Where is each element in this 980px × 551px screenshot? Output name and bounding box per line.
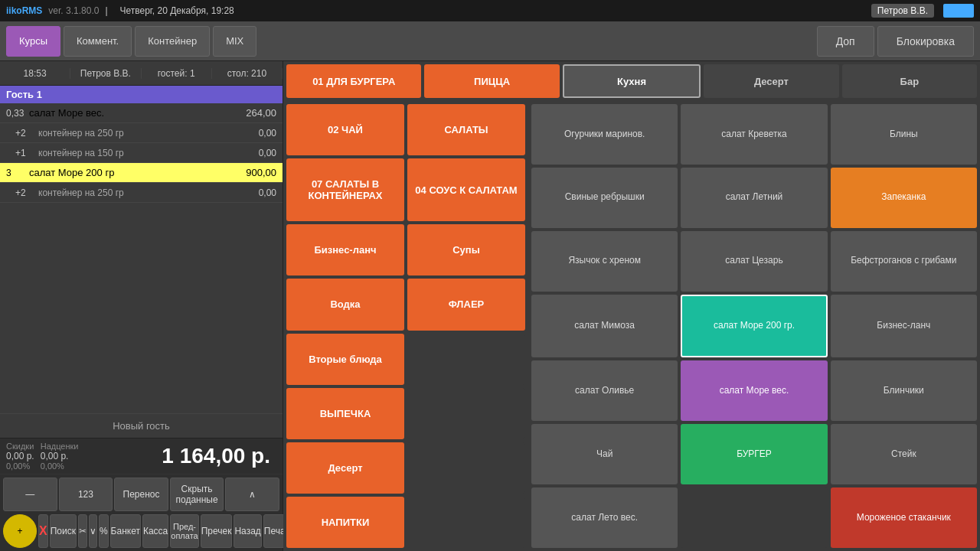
order-panel: 18:53 Петров В.В. гостей: 1 стол: 210 Го…	[0, 61, 283, 551]
cat-salads-containers[interactable]: 07 САЛАТЫ В КОНТЕЙНЕРАХ	[286, 158, 404, 221]
discount-col: Скидки 0,00 р. 0,00%	[6, 442, 34, 471]
tab-burgery[interactable]: 01 ДЛЯ БУРГЕРА	[286, 64, 421, 98]
menu-panel: 01 ДЛЯ БУРГЕРА ПИЦЦА Кухня Десерт Бар 02…	[283, 61, 980, 551]
sub-bliny[interactable]: Блины	[831, 104, 977, 165]
plus-button[interactable]: +	[3, 514, 37, 548]
order-items: 0,33 салат Море вес. 264,00 +2 контейнер…	[0, 103, 283, 413]
action-row1: — 123 Перенос Скрыть поданные ∧	[0, 474, 283, 513]
back-button[interactable]: Назад	[234, 514, 261, 548]
sub-burger[interactable]: БУРГЕР	[681, 424, 827, 484]
tab-kitchen[interactable]: Кухня	[563, 64, 701, 98]
item-price: 0,00	[223, 128, 276, 139]
transfer-button[interactable]: Перенос	[114, 478, 168, 511]
item-name: салат Море 200 гр	[29, 167, 223, 178]
premium-pct: 0,00%	[41, 461, 79, 471]
sub-zapekanka[interactable]: Запеканка	[831, 168, 977, 228]
scissors-button[interactable]: ✂	[78, 514, 87, 548]
discount-pct: 0,00%	[6, 461, 34, 471]
minus-button[interactable]: —	[3, 478, 57, 511]
pre-pay-button[interactable]: Пред-оплата	[170, 514, 198, 548]
sub-biznes-lunch[interactable]: Бизнес-ланч	[831, 295, 977, 358]
sub-caesar[interactable]: салат Цезарь	[681, 231, 827, 292]
discount-label: Скидки	[6, 442, 34, 451]
sub-more-ves[interactable]: салат Море вес.	[681, 360, 827, 421]
cat-baking[interactable]: ВЫПЕЧКА	[286, 388, 404, 439]
item-name: салат Море вес.	[29, 107, 223, 119]
app-version: ver. 3.1.80.0	[48, 5, 99, 16]
arrow-up-button[interactable]: ∧	[225, 478, 279, 511]
sub-ribs[interactable]: Свиные ребрышки	[531, 168, 678, 228]
totals-row: Скидки 0,00 р. 0,00% Надценки 0,00 р. 0,…	[0, 439, 283, 474]
cat-second-dishes[interactable]: Вторые блюда	[286, 334, 404, 385]
block-button[interactable]: Блокировка	[877, 26, 974, 57]
category-tabs: 01 ДЛЯ БУРГЕРА ПИЦЦА Кухня Десерт Бар	[283, 61, 980, 101]
order-item[interactable]: 0,33 салат Море вес. 264,00	[0, 103, 283, 123]
premium-col: Надценки 0,00 р. 0,00%	[41, 442, 79, 471]
sub-summer-salad[interactable]: салат Летний	[681, 168, 827, 228]
cat-drinks[interactable]: НАПИТКИ	[286, 497, 404, 548]
item-price: 900,00	[223, 167, 276, 178]
cat-flaer[interactable]: ФЛАЕР	[407, 279, 525, 330]
mix-button[interactable]: MIX	[213, 26, 256, 57]
sub-beef-strog[interactable]: Бефстроганов с грибами	[831, 231, 977, 292]
new-guest-button[interactable]: Новый гость	[0, 413, 283, 438]
cat-soups[interactable]: Супы	[407, 224, 525, 276]
courses-button[interactable]: Курсы	[6, 26, 60, 57]
sub-olivier[interactable]: салат Оливье	[531, 360, 678, 421]
cat-salads[interactable]: САЛАТЫ	[407, 104, 525, 155]
order-footer: Скидки 0,00 р. 0,00% Надценки 0,00 р. 0,…	[0, 438, 283, 551]
sub-empty1	[681, 487, 827, 548]
cat-vodka[interactable]: Водка	[286, 279, 404, 330]
percent-button[interactable]: %	[99, 514, 109, 548]
order-table: стол: 210	[212, 68, 283, 79]
hide-button[interactable]: Скрыть поданные	[170, 478, 224, 511]
tab-pizza[interactable]: ПИЦЦА	[424, 64, 559, 98]
cat-empty3	[407, 442, 525, 494]
order-header: 18:53 Петров В.В. гостей: 1 стол: 210	[0, 61, 283, 86]
cat-sauce[interactable]: 04 СОУС К САЛАТАМ	[407, 158, 525, 221]
num-button[interactable]: 123	[59, 478, 113, 511]
cat-dessert[interactable]: Десерт	[286, 442, 404, 494]
order-item-selected[interactable]: 3 салат Море 200 гр 900,00	[0, 163, 283, 183]
cash-button[interactable]: Касса	[142, 514, 168, 548]
item-qty: +1	[15, 148, 38, 158]
sub-blinciki[interactable]: Блинчики	[831, 360, 977, 421]
item-price: 264,00	[223, 107, 276, 119]
pre-check-button[interactable]: Пречек	[201, 514, 233, 548]
item-qty: 3	[6, 168, 29, 178]
order-item[interactable]: +2 контейнер на 250 гр 0,00	[0, 183, 283, 203]
sub-more-200[interactable]: салат Море 200 гр.	[681, 295, 827, 358]
sub-mimosa[interactable]: салат Мимоза	[531, 295, 678, 358]
order-item[interactable]: +1 контейнер на 150 гр 0,00	[0, 143, 283, 163]
comment-button[interactable]: Коммент.	[64, 26, 132, 57]
datetime: Четверг, 20 Декабря, 19:28	[120, 5, 234, 16]
cat-empty4	[407, 497, 525, 548]
sub-tongue[interactable]: Язычок с хреном	[531, 231, 678, 292]
separator: |	[105, 5, 107, 16]
cat-tea[interactable]: 02 ЧАЙ	[286, 104, 404, 155]
user-info: Петров В.В.	[871, 4, 934, 18]
premium-val: 0,00 р.	[41, 451, 79, 461]
guest-label: Гость 1	[6, 89, 42, 100]
sub-shrimp-salad[interactable]: салат Креветка	[681, 104, 827, 165]
cancel-button[interactable]: X	[38, 514, 48, 548]
status-indicator	[943, 4, 974, 18]
search-button[interactable]: Поиск	[50, 514, 77, 548]
sub-leto-ves[interactable]: салат Лето вес.	[531, 487, 678, 548]
guest-section: Гость 1	[0, 86, 283, 103]
sub-steak[interactable]: Стейк	[831, 424, 977, 484]
arrow-down-button[interactable]: ∨	[89, 514, 97, 548]
cat-biznes-lunch[interactable]: Бизнес-ланч	[286, 224, 404, 276]
sub-ice-cream[interactable]: Мороженое стаканчик	[831, 487, 977, 548]
item-name: контейнер на 150 гр	[38, 148, 223, 158]
sub-tea[interactable]: Чай	[531, 424, 678, 484]
tab-dessert[interactable]: Десерт	[704, 64, 838, 98]
banquet-button[interactable]: Банкет	[110, 514, 141, 548]
container-button[interactable]: Контейнер	[135, 26, 210, 57]
dop-button[interactable]: Доп	[817, 26, 874, 57]
order-item[interactable]: +2 контейнер на 250 гр 0,00	[0, 123, 283, 143]
sub-cucumbers[interactable]: Огурчики маринов.	[531, 104, 678, 165]
premium-label: Надценки	[41, 442, 79, 451]
tab-bar[interactable]: Бар	[842, 64, 977, 98]
item-price: 0,00	[223, 187, 276, 198]
